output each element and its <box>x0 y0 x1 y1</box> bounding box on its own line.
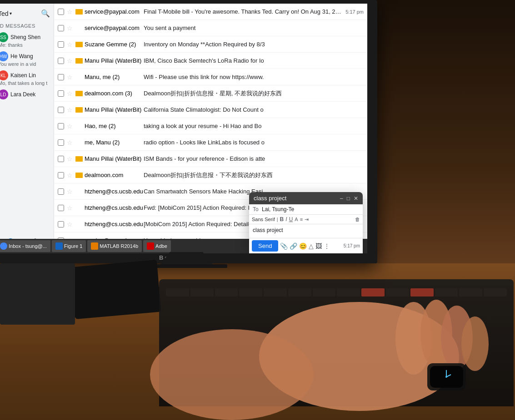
font-selector[interactable]: Sans Serif <box>252 217 275 222</box>
attach-icon[interactable]: 📎 <box>280 242 288 250</box>
compose-title: class project <box>254 195 286 202</box>
star-icon[interactable]: ☆ <box>67 90 73 97</box>
email-checkbox[interactable] <box>58 9 64 15</box>
search-icon[interactable]: 🔍 <box>41 9 50 18</box>
folder-icon <box>75 58 83 64</box>
email-checkbox[interactable] <box>58 25 64 31</box>
email-checkbox[interactable] <box>58 41 64 48</box>
star-icon[interactable]: ☆ <box>67 155 73 163</box>
send-button[interactable]: Send <box>252 240 278 252</box>
format-divider: | <box>277 217 278 222</box>
phone-device <box>70 260 161 319</box>
taskbar-item[interactable]: Inbox - tsung@... <box>0 240 50 252</box>
star-icon[interactable]: ☆ <box>67 204 73 212</box>
underline-icon[interactable]: U <box>289 216 293 222</box>
emoji-icon[interactable]: 😊 <box>299 242 307 250</box>
photo-icon[interactable]: 🖼 <box>315 242 322 250</box>
contact-preview: Mo, that takes a long t <box>0 80 50 86</box>
compose-header-icons: – □ ✕ <box>340 195 358 202</box>
email-checkbox[interactable] <box>58 107 64 113</box>
taskbar-item[interactable]: Figure 1 <box>52 240 86 252</box>
star-icon[interactable]: ☆ <box>67 8 73 15</box>
email-checkbox[interactable] <box>58 205 64 211</box>
contact-item[interactable]: LD Lara Deek <box>0 88 54 101</box>
star-icon[interactable]: ☆ <box>67 57 73 64</box>
more-icon[interactable]: ⋮ <box>324 242 330 250</box>
avatar: KL <box>0 70 8 80</box>
key[interactable] <box>337 288 360 296</box>
table-row[interactable]: ☆ Manu, me (2) Wifi - Please use this li… <box>54 69 367 85</box>
table-row[interactable]: ☆ Manu Pillai (WaterBit) IBM, Cisco Back… <box>54 53 367 69</box>
taskbar-item[interactable]: Adbe <box>143 240 171 252</box>
compose-body[interactable]: class project <box>249 224 363 238</box>
email-checkbox[interactable] <box>58 90 64 97</box>
key[interactable] <box>215 288 238 296</box>
email-checkbox[interactable] <box>58 188 64 195</box>
key[interactable] <box>239 288 262 296</box>
email-checkbox[interactable] <box>58 172 64 178</box>
table-row[interactable]: ☆ service@paypal.com Final T-Mobile bill… <box>54 4 367 20</box>
contact-item[interactable]: SS Sheng Shen Me: thanks <box>0 30 54 49</box>
email-sender: htzheng@cs.ucsb.edu <box>85 188 144 195</box>
star-icon[interactable]: ☆ <box>67 188 73 195</box>
email-checkbox[interactable] <box>58 221 64 227</box>
contact-item[interactable]: KL Kaisen Lin Mo, that takes a long t <box>0 69 54 88</box>
star-icon[interactable]: ☆ <box>67 172 73 179</box>
table-row[interactable]: ☆ Manu Pillai (WaterBit) California Stat… <box>54 102 367 118</box>
star-icon[interactable]: ☆ <box>67 25 73 32</box>
table-row[interactable]: ☆ Hao, me (2) taking a look at your resu… <box>54 118 367 134</box>
minimize-icon[interactable]: – <box>340 195 343 202</box>
close-icon[interactable]: ✕ <box>354 195 358 202</box>
bold-icon[interactable]: B <box>280 216 284 222</box>
key[interactable] <box>313 288 336 296</box>
indent-icon[interactable]: ⇥ <box>305 217 309 222</box>
email-sender: service@paypal.com <box>85 25 144 31</box>
contact-item[interactable]: HW He Wang You were in a vid <box>0 49 54 69</box>
table-row[interactable]: ☆ dealmoon.com Dealmoon折扣|折折信息报・下不差我说的好东… <box>54 167 367 183</box>
email-checkbox[interactable] <box>58 156 64 162</box>
folder-icon <box>75 91 83 96</box>
email-subject: You sent a payment <box>144 25 364 31</box>
key[interactable] <box>190 288 214 296</box>
user-label[interactable]: Ted ▾ <box>0 10 12 17</box>
dropdown-arrow-icon[interactable]: ▾ <box>10 11 12 16</box>
format-icon[interactable]: A <box>295 217 298 222</box>
key[interactable] <box>484 288 507 296</box>
table-row[interactable]: ☆ Manu Pillai (WaterBit) ISM Bands - for… <box>54 151 367 167</box>
email-checkbox[interactable] <box>58 74 64 80</box>
trash-icon[interactable]: 🗑 <box>355 217 360 222</box>
star-icon[interactable]: ☆ <box>67 41 73 48</box>
email-subject: radio option - Looks like LinkLabs is fo… <box>144 139 364 146</box>
maximize-icon[interactable]: □ <box>347 195 350 202</box>
link-icon[interactable]: 🔗 <box>290 242 297 250</box>
key[interactable] <box>264 288 287 296</box>
email-checkbox[interactable] <box>58 123 64 129</box>
table-row[interactable]: ☆ Suzane Gemme (2) Inventory on Monday *… <box>54 36 367 53</box>
star-icon[interactable]: ☆ <box>67 139 73 146</box>
red-key[interactable] <box>361 288 385 296</box>
email-checkbox[interactable] <box>58 139 64 146</box>
table-row[interactable]: ☆ dealmoon.com (3) Dealmoon折扣|折折信息报・星期, … <box>54 85 367 102</box>
compose-time: 5:17 pm <box>344 243 360 248</box>
key[interactable] <box>435 288 458 296</box>
drive-icon[interactable]: △ <box>309 242 314 250</box>
key[interactable] <box>459 288 482 296</box>
table-row[interactable]: ☆ service@paypal.com You sent a payment <box>54 20 367 36</box>
star-icon[interactable]: ☆ <box>67 106 73 114</box>
key[interactable] <box>386 288 409 296</box>
table-row[interactable]: ☆ me, Manu (2) radio option - Looks like… <box>54 134 367 151</box>
contact-name: Sheng Shen <box>10 34 40 40</box>
email-checkbox[interactable] <box>58 58 64 64</box>
red-key[interactable] <box>410 288 434 296</box>
star-icon[interactable]: ☆ <box>67 221 73 228</box>
italic-icon[interactable]: I <box>285 216 287 222</box>
gmail-sidebar: Ted ▾ 🔍 d Messages SS Sheng Shen <box>0 4 54 253</box>
key[interactable] <box>166 288 189 296</box>
list-icon[interactable]: ≡ <box>300 217 303 222</box>
avatar: HW <box>0 51 8 61</box>
star-icon[interactable]: ☆ <box>67 123 73 130</box>
key[interactable] <box>288 288 311 296</box>
taskbar-item[interactable]: MATLAB R2014b <box>87 240 142 252</box>
star-icon[interactable]: ☆ <box>67 74 73 81</box>
email-subject: Inventory on Monday **Action Required by… <box>144 41 364 48</box>
